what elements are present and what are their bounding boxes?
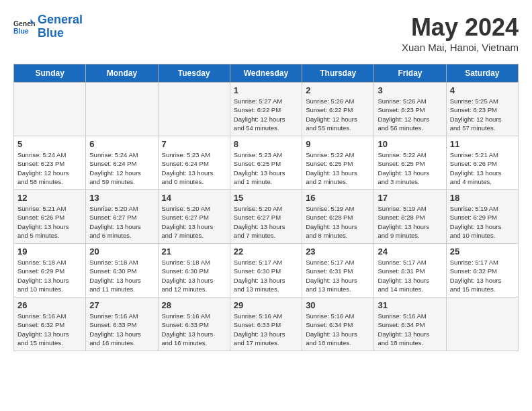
day-number: 24 [378,246,442,257]
day-info: Sunrise: 5:18 AM Sunset: 6:29 PM Dayligh… [17,258,82,293]
day-info: Sunrise: 5:17 AM Sunset: 6:31 PM Dayligh… [378,258,442,293]
calendar-cell [14,83,86,136]
calendar-cell: 2Sunrise: 5:26 AM Sunset: 6:22 PM Daylig… [302,83,374,136]
calendar-cell: 15Sunrise: 5:20 AM Sunset: 6:27 PM Dayli… [230,190,302,244]
day-info: Sunrise: 5:17 AM Sunset: 6:30 PM Dayligh… [234,258,298,293]
calendar-cell: 9Sunrise: 5:22 AM Sunset: 6:25 PM Daylig… [302,136,374,190]
day-number: 30 [306,300,370,310]
day-info: Sunrise: 5:18 AM Sunset: 6:30 PM Dayligh… [89,258,154,293]
calendar-cell: 31Sunrise: 5:16 AM Sunset: 6:34 PM Dayli… [374,298,446,351]
calendar-cell: 11Sunrise: 5:21 AM Sunset: 6:26 PM Dayli… [446,136,518,190]
day-number: 18 [450,193,515,203]
day-number: 28 [162,300,226,310]
calendar-cell: 24Sunrise: 5:17 AM Sunset: 6:31 PM Dayli… [374,244,446,298]
calendar-cell [86,83,158,136]
logo-icon: General Blue [13,17,35,36]
calendar-cell: 19Sunrise: 5:18 AM Sunset: 6:29 PM Dayli… [14,244,86,298]
day-info: Sunrise: 5:27 AM Sunset: 6:22 PM Dayligh… [234,97,298,132]
day-info: Sunrise: 5:16 AM Sunset: 6:33 PM Dayligh… [162,312,226,347]
day-number: 9 [306,139,370,149]
calendar-cell: 5Sunrise: 5:24 AM Sunset: 6:23 PM Daylig… [14,136,86,190]
day-info: Sunrise: 5:21 AM Sunset: 6:26 PM Dayligh… [17,204,82,240]
calendar-cell: 27Sunrise: 5:16 AM Sunset: 6:33 PM Dayli… [86,298,158,351]
calendar-cell: 1Sunrise: 5:27 AM Sunset: 6:22 PM Daylig… [230,83,302,136]
day-info: Sunrise: 5:24 AM Sunset: 6:23 PM Dayligh… [17,150,82,186]
day-number: 3 [378,85,442,95]
day-info: Sunrise: 5:19 AM Sunset: 6:28 PM Dayligh… [378,204,442,240]
calendar-cell: 3Sunrise: 5:26 AM Sunset: 6:23 PM Daylig… [374,83,446,136]
calendar-cell: 8Sunrise: 5:23 AM Sunset: 6:25 PM Daylig… [230,136,302,190]
day-number: 17 [378,193,442,203]
day-info: Sunrise: 5:20 AM Sunset: 6:27 PM Dayligh… [234,204,298,240]
day-info: Sunrise: 5:18 AM Sunset: 6:30 PM Dayligh… [162,258,226,293]
day-info: Sunrise: 5:26 AM Sunset: 6:22 PM Dayligh… [306,97,370,132]
day-info: Sunrise: 5:17 AM Sunset: 6:31 PM Dayligh… [306,258,370,293]
day-header-monday: Monday [86,64,158,83]
day-number: 16 [306,193,370,203]
day-number: 19 [17,246,82,257]
day-number: 1 [234,85,298,95]
calendar-cell: 21Sunrise: 5:18 AM Sunset: 6:30 PM Dayli… [158,244,230,298]
day-number: 4 [450,85,515,95]
calendar-cell: 30Sunrise: 5:16 AM Sunset: 6:34 PM Dayli… [302,298,374,351]
day-number: 12 [17,193,82,203]
month-title: May 2024 [402,13,519,42]
calendar-cell: 13Sunrise: 5:20 AM Sunset: 6:27 PM Dayli… [86,190,158,244]
day-number: 21 [162,246,226,257]
day-number: 5 [17,139,82,149]
calendar-cell: 14Sunrise: 5:20 AM Sunset: 6:27 PM Dayli… [158,190,230,244]
day-info: Sunrise: 5:16 AM Sunset: 6:33 PM Dayligh… [89,312,154,347]
day-info: Sunrise: 5:22 AM Sunset: 6:25 PM Dayligh… [306,150,370,186]
calendar-cell: 17Sunrise: 5:19 AM Sunset: 6:28 PM Dayli… [374,190,446,244]
day-info: Sunrise: 5:19 AM Sunset: 6:28 PM Dayligh… [306,204,370,240]
day-info: Sunrise: 5:16 AM Sunset: 6:34 PM Dayligh… [306,312,370,347]
day-number: 2 [306,85,370,95]
calendar-cell: 22Sunrise: 5:17 AM Sunset: 6:30 PM Dayli… [230,244,302,298]
day-number: 8 [234,139,298,149]
calendar-cell: 28Sunrise: 5:16 AM Sunset: 6:33 PM Dayli… [158,298,230,351]
day-number: 10 [378,139,442,149]
day-number: 31 [378,300,442,310]
calendar-cell: 26Sunrise: 5:16 AM Sunset: 6:32 PM Dayli… [14,298,86,351]
calendar-table: SundayMondayTuesdayWednesdayThursdayFrid… [13,64,519,351]
day-number: 15 [234,193,298,203]
day-number: 29 [234,300,298,310]
calendar-cell: 20Sunrise: 5:18 AM Sunset: 6:30 PM Dayli… [86,244,158,298]
calendar-cell: 29Sunrise: 5:16 AM Sunset: 6:33 PM Dayli… [230,298,302,351]
day-number: 23 [306,246,370,257]
day-number: 7 [162,139,226,149]
day-number: 13 [89,193,154,203]
calendar-cell: 25Sunrise: 5:17 AM Sunset: 6:32 PM Dayli… [446,244,518,298]
calendar-cell: 6Sunrise: 5:24 AM Sunset: 6:24 PM Daylig… [86,136,158,190]
day-info: Sunrise: 5:25 AM Sunset: 6:23 PM Dayligh… [450,97,515,132]
calendar-cell [446,298,518,351]
calendar-cell: 4Sunrise: 5:25 AM Sunset: 6:23 PM Daylig… [446,83,518,136]
day-info: Sunrise: 5:23 AM Sunset: 6:25 PM Dayligh… [234,150,298,186]
svg-text:Blue: Blue [13,28,29,35]
day-info: Sunrise: 5:23 AM Sunset: 6:24 PM Dayligh… [162,150,226,186]
day-info: Sunrise: 5:24 AM Sunset: 6:24 PM Dayligh… [89,150,154,186]
calendar-cell: 16Sunrise: 5:19 AM Sunset: 6:28 PM Dayli… [302,190,374,244]
day-number: 25 [450,246,515,257]
day-number: 27 [89,300,154,310]
day-number: 11 [450,139,515,149]
day-number: 14 [162,193,226,203]
day-info: Sunrise: 5:17 AM Sunset: 6:32 PM Dayligh… [450,258,515,293]
day-number: 20 [89,246,154,257]
day-info: Sunrise: 5:16 AM Sunset: 6:32 PM Dayligh… [17,312,82,347]
logo-text: GeneralBlue [38,13,83,40]
day-info: Sunrise: 5:21 AM Sunset: 6:26 PM Dayligh… [450,150,515,186]
day-info: Sunrise: 5:22 AM Sunset: 6:25 PM Dayligh… [378,150,442,186]
day-number: 22 [234,246,298,257]
day-info: Sunrise: 5:16 AM Sunset: 6:33 PM Dayligh… [234,312,298,347]
location: Xuan Mai, Hanoi, Vietnam [402,42,519,53]
calendar-cell: 10Sunrise: 5:22 AM Sunset: 6:25 PM Dayli… [374,136,446,190]
calendar-cell: 23Sunrise: 5:17 AM Sunset: 6:31 PM Dayli… [302,244,374,298]
day-info: Sunrise: 5:19 AM Sunset: 6:29 PM Dayligh… [450,204,515,240]
day-info: Sunrise: 5:20 AM Sunset: 6:27 PM Dayligh… [89,204,154,240]
calendar-cell [158,83,230,136]
calendar-cell: 18Sunrise: 5:19 AM Sunset: 6:29 PM Dayli… [446,190,518,244]
calendar-cell: 12Sunrise: 5:21 AM Sunset: 6:26 PM Dayli… [14,190,86,244]
day-info: Sunrise: 5:26 AM Sunset: 6:23 PM Dayligh… [378,97,442,132]
day-header-wednesday: Wednesday [230,64,302,83]
